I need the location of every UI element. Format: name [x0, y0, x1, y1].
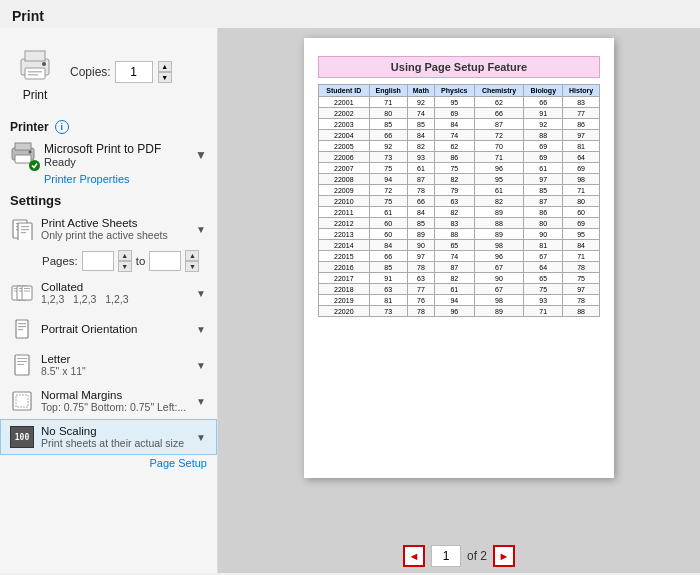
table-cell: 64	[563, 152, 600, 163]
table-row: 22016857887676478	[319, 262, 600, 273]
prev-page-button[interactable]: ◄	[403, 545, 425, 567]
svg-rect-14	[18, 223, 32, 240]
table-row: 22003858584879286	[319, 119, 600, 130]
table-cell: 87	[524, 196, 563, 207]
main-container: Print Copies: ▲ ▼ Printer i	[0, 28, 700, 573]
pages-from-down[interactable]: ▼	[118, 261, 132, 272]
setting-scaling-text: No Scaling Print sheets at their actual …	[41, 425, 190, 449]
table-header-cell: Math	[407, 85, 434, 97]
table-cell: 72	[369, 185, 407, 196]
table-cell: 85	[407, 218, 434, 229]
table-cell: 84	[407, 207, 434, 218]
page-setup-link[interactable]: Page Setup	[0, 455, 217, 469]
print-button-area[interactable]: Print	[10, 34, 60, 110]
table-cell: 22016	[319, 262, 370, 273]
table-cell: 22004	[319, 130, 370, 141]
svg-rect-28	[18, 323, 26, 324]
table-cell: 69	[524, 152, 563, 163]
setting-subtitle-3: 8.5" x 11"	[41, 365, 190, 377]
copies-down-button[interactable]: ▼	[158, 72, 172, 83]
setting-orientation[interactable]: Portrait Orientation ▼	[0, 311, 217, 347]
table-row: 22017916382906575	[319, 273, 600, 284]
setting-title-4: Normal Margins	[41, 389, 190, 401]
table-cell: 83	[563, 97, 600, 108]
table-cell: 69	[434, 108, 474, 119]
setting-title-2: Portrait Orientation	[41, 323, 190, 335]
table-cell: 63	[407, 273, 434, 284]
table-cell: 69	[524, 141, 563, 152]
table-cell: 65	[524, 273, 563, 284]
table-cell: 98	[474, 295, 524, 306]
table-cell: 96	[474, 163, 524, 174]
print-icon	[10, 44, 60, 86]
table-cell: 63	[369, 284, 407, 295]
current-page-input[interactable]	[431, 545, 461, 567]
to-label: to	[136, 255, 146, 267]
table-cell: 66	[524, 97, 563, 108]
printer-row: Microsoft Print to PDF Ready ▼	[0, 137, 217, 173]
setting-scaling[interactable]: 100 No Scaling Print sheets at their act…	[0, 419, 217, 455]
setting-collated[interactable]: Collated 1,2,3 1,2,3 1,2,3 ▼	[0, 275, 217, 311]
pages-to-down[interactable]: ▼	[185, 261, 199, 272]
table-cell: 72	[474, 130, 524, 141]
table-cell: 22020	[319, 306, 370, 317]
table-cell: 78	[407, 185, 434, 196]
printer-info: Microsoft Print to PDF Ready	[44, 142, 189, 168]
table-row: 22010756663828780	[319, 196, 600, 207]
setting-print-active-sheets[interactable]: Print Active Sheets Only print the activ…	[0, 211, 217, 247]
info-icon[interactable]: i	[55, 120, 69, 134]
svg-rect-1	[25, 51, 45, 61]
table-cell: 81	[563, 141, 600, 152]
table-cell: 88	[563, 306, 600, 317]
table-cell: 78	[407, 262, 434, 273]
svg-point-5	[42, 62, 46, 66]
pages-to-input[interactable]	[149, 251, 181, 271]
table-cell: 87	[474, 119, 524, 130]
table-cell: 76	[407, 295, 434, 306]
table-cell: 85	[407, 119, 434, 130]
table-cell: 70	[474, 141, 524, 152]
printer-properties-link[interactable]: Printer Properties	[0, 173, 217, 189]
table-cell: 87	[407, 174, 434, 185]
setting-arrow-0: ▼	[196, 224, 206, 235]
table-cell: 93	[407, 152, 434, 163]
table-cell: 69	[563, 218, 600, 229]
setting-print-active-text: Print Active Sheets Only print the activ…	[41, 217, 190, 241]
copies-input[interactable]	[115, 61, 153, 83]
table-cell: 82	[434, 273, 474, 284]
pages-row: Pages: ▲ ▼ to ▲ ▼	[0, 247, 217, 275]
svg-rect-25	[24, 288, 30, 289]
table-cell: 98	[474, 240, 524, 251]
pages-from-up[interactable]: ▲	[118, 250, 132, 261]
table-row: 22002807469669177	[319, 108, 600, 119]
printer-dropdown-button[interactable]: ▼	[195, 148, 207, 162]
setting-margins[interactable]: Normal Margins Top: 0.75" Bottom: 0.75" …	[0, 383, 217, 419]
table-cell: 75	[524, 284, 563, 295]
table-cell: 85	[369, 119, 407, 130]
table-cell: 97	[563, 130, 600, 141]
preview-nav: ◄ of 2 ►	[403, 539, 515, 573]
setting-arrow-1: ▼	[196, 288, 206, 299]
table-cell: 22015	[319, 251, 370, 262]
copies-up-button[interactable]: ▲	[158, 61, 172, 72]
collated-icon	[9, 280, 35, 306]
table-cell: 75	[434, 163, 474, 174]
pages-from-input[interactable]	[82, 251, 114, 271]
table-row: 22009727879618571	[319, 185, 600, 196]
copies-label: Copies:	[70, 65, 111, 79]
table-cell: 64	[524, 262, 563, 273]
table-header-cell: English	[369, 85, 407, 97]
table-cell: 97	[563, 284, 600, 295]
table-cell: 22009	[319, 185, 370, 196]
table-cell: 96	[474, 251, 524, 262]
pages-to-up[interactable]: ▲	[185, 250, 199, 261]
title-bar: Print	[0, 0, 700, 28]
setting-title-5: No Scaling	[41, 425, 190, 437]
setting-paper[interactable]: Letter 8.5" x 11" ▼	[0, 347, 217, 383]
table-cell: 22014	[319, 240, 370, 251]
next-page-button[interactable]: ►	[493, 545, 515, 567]
table-row: 22012608583888069	[319, 218, 600, 229]
table-cell: 73	[369, 306, 407, 317]
table-cell: 90	[524, 229, 563, 240]
table-cell: 78	[563, 262, 600, 273]
